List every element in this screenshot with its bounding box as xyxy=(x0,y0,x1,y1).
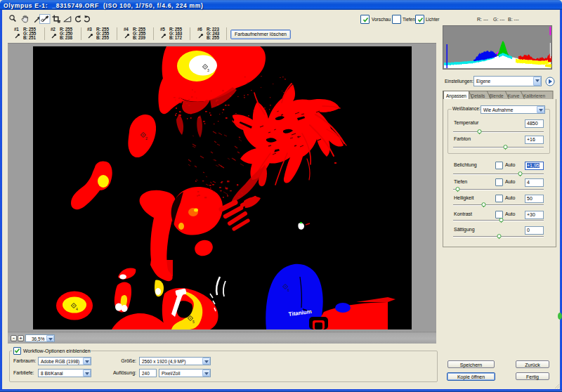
svg-text:3: 3 xyxy=(207,68,209,72)
svg-text:Kurve: Kurve xyxy=(508,93,520,98)
svg-text:4: 4 xyxy=(76,307,78,311)
svg-text:2: 2 xyxy=(145,136,148,141)
svg-text:Anpassen: Anpassen xyxy=(446,93,466,99)
svg-text:6: 6 xyxy=(287,288,289,292)
svg-text:Details: Details xyxy=(471,93,486,98)
svg-text:Kalibrieren: Kalibrieren xyxy=(523,93,545,98)
svg-text:5: 5 xyxy=(192,320,195,324)
svg-text:Blende: Blende xyxy=(490,93,504,98)
